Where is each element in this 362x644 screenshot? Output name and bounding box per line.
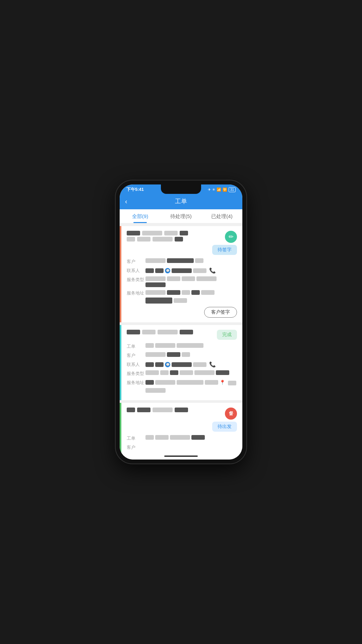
contact-row-2: 联系人 💬 📞 <box>127 361 237 368</box>
chat-icon-2: 💬 <box>165 362 170 367</box>
customer-label-1: 客户 <box>127 258 145 265</box>
contact-label-2: 联系人 <box>127 361 145 368</box>
customer-row-1: 客户 <box>127 258 237 265</box>
status-icon-1: ✏ <box>225 231 237 243</box>
customer-label-3: 客户 <box>127 444 145 450</box>
status-icons: ✈ ✳ 📶 🛜 31 <box>208 187 236 192</box>
service-type-row-2: 服务类型 <box>127 370 237 377</box>
contact-row-1: 联系人 💬 📞 <box>127 267 237 274</box>
workorder-label-3: 工单 <box>127 435 145 441</box>
signal-icon: 📶 <box>217 187 221 192</box>
customer-sign-button[interactable]: 客户签字 <box>204 307 237 318</box>
app-header: ‹ 工单 <box>120 194 242 209</box>
workorder-row-3: 工单 <box>127 435 237 441</box>
card-title-2 <box>127 330 217 336</box>
address-row-2: 服务地址 📍 <box>127 379 237 393</box>
address-label-2: 服务地址 <box>127 379 145 386</box>
phone-icon-2[interactable]: 📞 <box>209 361 216 368</box>
wifi-icon: 🛜 <box>223 187 227 192</box>
service-type-row-1: 服务类型 <box>127 276 237 287</box>
status-time: 下午5:41 <box>126 186 144 193</box>
customer-label-2: 客户 <box>127 352 145 359</box>
battery-icon: 31 <box>229 187 236 192</box>
customer-row-2: 客户 <box>127 352 237 359</box>
tab-all[interactable]: 全部(9) <box>120 209 161 223</box>
status-button-3[interactable]: 待出发 <box>212 422 237 432</box>
tabs-bar: 全部(9) 待处理(5) 已处理(4) <box>120 209 242 223</box>
tab-done[interactable]: 已处理(4) <box>201 209 242 223</box>
work-order-card-2: 完成 工单 客户 <box>120 325 242 400</box>
contact-label-1: 联系人 <box>127 267 145 274</box>
customer-row-3: 客户 <box>127 444 237 450</box>
workorder-row-2: 工单 <box>127 343 237 350</box>
navigation-icon: ✈ <box>208 187 211 192</box>
bottom-bar <box>120 453 242 460</box>
status-button-1[interactable]: 待签字 <box>212 245 237 255</box>
status-icon-3: 督 <box>225 408 237 420</box>
address-row-1: 服务地址 <box>127 290 237 304</box>
service-type-label-1: 服务类型 <box>127 276 145 283</box>
location-icon-2: 📍 <box>220 380 225 385</box>
bluetooth-icon: ✳ <box>212 187 215 192</box>
chat-icon-1: 💬 <box>165 268 170 273</box>
work-order-card-1: ✏ 待签字 客户 联系人 <box>120 226 242 322</box>
page-title: 工单 <box>175 197 187 205</box>
work-order-list: ✏ 待签字 客户 联系人 <box>120 223 242 453</box>
back-button[interactable]: ‹ <box>125 198 127 205</box>
card-title-3 <box>127 408 212 414</box>
status-button-2[interactable]: 完成 <box>217 330 237 340</box>
phone-icon-1[interactable]: 📞 <box>209 267 216 274</box>
workorder-label-2: 工单 <box>127 343 145 350</box>
work-order-card-3: 督 待出发 工单 客户 <box>120 403 242 453</box>
tab-pending[interactable]: 待处理(5) <box>161 209 201 223</box>
card-title-1 <box>127 231 212 243</box>
service-type-label-2: 服务类型 <box>127 370 145 377</box>
home-indicator <box>164 455 198 457</box>
address-label-1: 服务地址 <box>127 290 145 296</box>
